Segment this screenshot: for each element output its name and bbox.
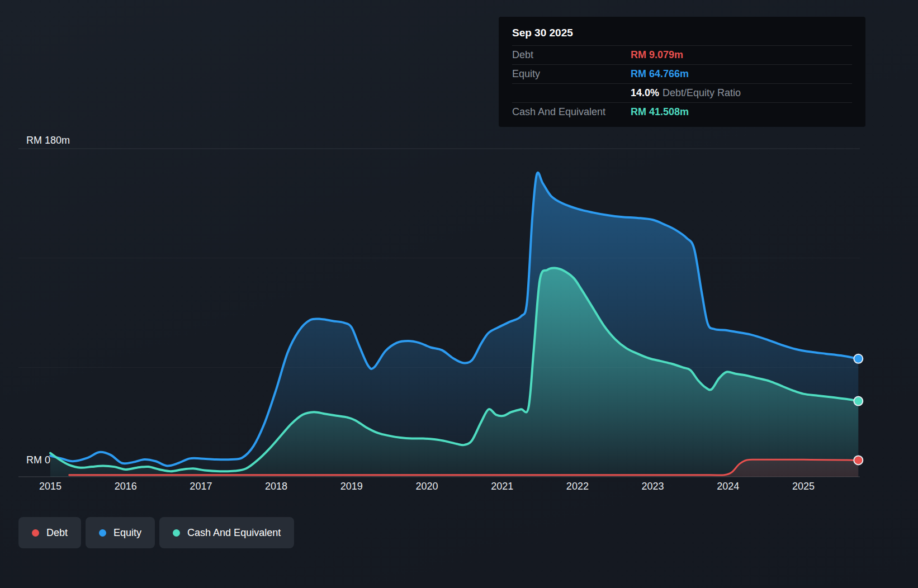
cash-dot-icon [173,529,180,537]
tooltip-cash-label: Cash And Equivalent [512,106,631,118]
x-axis-labels: 2015201620172018201920202021202220232024… [0,481,918,495]
x-tick-label: 2017 [190,481,212,492]
cash-and-equivalent-endpoint-marker [854,397,863,406]
debt-endpoint-marker [854,456,863,464]
x-tick-label: 2020 [415,481,438,492]
tooltip-debt-label: Debt [512,49,631,61]
tooltip-ratio-percent: 14.0% [631,87,659,98]
tooltip-equity-label: Equity [512,68,631,80]
legend-item-debt[interactable]: Debt [18,517,81,548]
tooltip-ratio-value: 14.0%Debt/Equity Ratio [631,87,741,99]
tooltip-debt-value: RM 9.079m [631,49,683,61]
x-tick-label: 2019 [340,481,363,492]
y-axis-label-max: RM 180m [26,135,70,146]
tooltip-equity-value: RM 64.766m [631,68,689,80]
tooltip-row-equity: Equity RM 64.766m [512,64,852,83]
x-tick-label: 2015 [39,481,61,492]
legend-equity-label: Equity [113,527,141,539]
y-axis-label-zero: RM 0 [26,454,50,466]
tooltip-ratio-label: Debt/Equity Ratio [663,87,741,98]
debt-dot-icon [32,529,39,537]
x-tick-label: 2023 [642,481,664,492]
x-tick-label: 2022 [566,481,589,492]
legend-item-equity[interactable]: Equity [86,517,155,548]
legend: Debt Equity Cash And Equivalent [18,517,294,548]
page: RM 180m RM 0 201520162017201820192020202… [0,0,918,588]
tooltip-row-debt: Debt RM 9.079m [512,45,852,64]
tooltip-cash-value: RM 41.508m [631,106,689,118]
tooltip-row-cash: Cash And Equivalent RM 41.508m [512,102,852,121]
x-tick-label: 2025 [792,481,815,492]
tooltip-date: Sep 30 2025 [512,21,852,45]
tooltip-row-ratio: 14.0%Debt/Equity Ratio [512,83,852,102]
x-tick-label: 2018 [265,481,287,492]
equity-dot-icon [99,529,106,537]
x-tick-label: 2016 [115,481,137,492]
legend-debt-label: Debt [46,527,68,539]
equity-endpoint-marker [854,354,863,363]
x-tick-label: 2021 [491,481,513,492]
legend-cash-label: Cash And Equivalent [187,527,281,539]
x-tick-label: 2024 [717,481,739,492]
legend-item-cash[interactable]: Cash And Equivalent [159,517,294,548]
tooltip: Sep 30 2025 Debt RM 9.079m Equity RM 64.… [499,17,865,127]
